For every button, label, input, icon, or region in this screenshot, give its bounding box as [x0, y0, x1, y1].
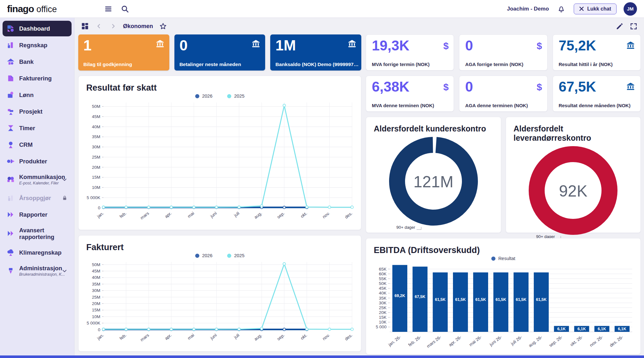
notifications-bell-icon[interactable] — [556, 4, 567, 14]
sidebar-item-arsoppgjor[interactable]: Årsoppgjør — [3, 190, 72, 206]
horizontal-scrollbar[interactable] — [0, 355, 644, 358]
sidebar-item-label: Bank — [19, 58, 34, 65]
app-window: finago office Joachim - Demo Lukk chat J… — [0, 0, 644, 358]
svg-text:20K: 20K — [379, 310, 387, 315]
line-chart-fakturert[interactable]: 50M45M40M35M30M25M20M15M10M5 000K0jan.fe… — [84, 259, 356, 347]
dashboard-grid-icon[interactable] — [80, 21, 90, 32]
kpi-card-value: 6,38K — [372, 79, 448, 94]
sidebar-item-klimaregnskap[interactable]: Klimaregnskap — [3, 245, 72, 260]
svg-text:feb.: feb. — [119, 211, 127, 219]
kpi-card-value: 19,3K — [372, 38, 448, 53]
sidebar-item-produkter[interactable]: Produkter — [3, 153, 72, 169]
chart-legend: 20262025 — [84, 253, 356, 258]
bank-building-icon — [155, 39, 165, 50]
legend-item[interactable]: 2026 — [195, 253, 212, 258]
kpi-card[interactable]: 67,5KResultat denne måneden (NOK) — [553, 76, 641, 112]
kpi-tile[interactable]: 1Bilag til godkjenning — [78, 34, 169, 71]
person-icon — [6, 140, 15, 149]
legend-item[interactable]: Resultat — [491, 256, 515, 261]
hamburger-menu-icon[interactable] — [103, 4, 114, 14]
line-chart-resultat[interactable]: 50M45M40M35M30M25M20M15M10M5 000K0jan.fe… — [84, 99, 356, 225]
callout-connector — [417, 227, 421, 230]
fullscreen-icon[interactable] — [628, 21, 639, 32]
donut-card-leverandorreskontro: Aldersfordelt leverandørreskontro 92K 90… — [506, 117, 641, 233]
dollar-icon: $ — [537, 82, 542, 93]
chart-card-resultat-for-skatt: Resultat før skatt 20262025 50M45M40M35M… — [78, 76, 361, 230]
svg-text:60K: 60K — [379, 272, 387, 276]
svg-text:15M: 15M — [92, 308, 100, 312]
svg-text:61,5K: 61,5K — [495, 297, 506, 302]
top-bar: finago office Joachim - Demo Lukk chat J… — [0, 0, 644, 18]
svg-text:35K: 35K — [379, 296, 387, 301]
svg-text:35M: 35M — [92, 282, 100, 287]
bar-chart-ebitda[interactable]: 65K60K55K50K45K40K35K30K25K20K15K10K5 00… — [371, 262, 635, 350]
svg-text:50K: 50K — [379, 281, 387, 286]
sidebar-item-lonn[interactable]: Lønn — [3, 87, 72, 103]
kpi-card[interactable]: 0$AGA forrige termin (NOK) — [459, 34, 547, 71]
svg-text:juli: juli — [233, 333, 240, 340]
svg-text:apr. 26-: apr. 26- — [448, 335, 462, 347]
bank-icon — [6, 57, 15, 66]
sidebar-item-crm[interactable]: CRM — [3, 137, 72, 153]
reports-icon — [6, 210, 15, 219]
sidebar-item-dashboard[interactable]: Dashboard — [3, 21, 72, 36]
legend-item[interactable]: 2025 — [227, 253, 244, 258]
donut-row: Aldersfordelt kundereskontro 121M 90+ da… — [366, 117, 641, 233]
legend-item[interactable]: 2025 — [227, 93, 244, 99]
sidebar-item-kommunikasjon[interactable]: KommunikasjonE-post, Kalender, Filer — [3, 170, 72, 189]
sidebar-item-timer[interactable]: Timer — [3, 120, 72, 136]
sidebar-item-label: Administrasjon — [19, 265, 57, 272]
chart-title: Aldersfordelt kundereskontro — [374, 124, 496, 133]
app-logo: finago office — [7, 4, 103, 14]
forward-chevron-icon[interactable] — [108, 21, 119, 32]
svg-text:des.: des. — [344, 211, 353, 220]
svg-text:40M: 40M — [92, 124, 100, 129]
favorite-star-icon[interactable] — [157, 21, 168, 32]
svg-text:sep.: sep. — [276, 333, 285, 342]
kpi-card[interactable]: 75,2KResultat hittil i år (NOK) — [553, 34, 641, 71]
kpi-tile[interactable]: 0Betalinger neste måneden — [174, 34, 265, 71]
svg-text:55K: 55K — [379, 276, 387, 281]
svg-text:69,2K: 69,2K — [395, 294, 405, 298]
svg-text:61,5K: 61,5K — [455, 297, 466, 302]
kpi-card[interactable]: 6,38K$MVA denne terminen (NOK) — [366, 76, 454, 112]
sidebar-item-rapporter[interactable]: Rapporter — [3, 207, 72, 222]
svg-text:apr.: apr. — [164, 211, 172, 219]
svg-text:45M: 45M — [92, 114, 100, 119]
svg-text:30K: 30K — [379, 301, 387, 305]
svg-text:sep. 26-: sep. 26- — [548, 335, 564, 348]
svg-text:apr.: apr. — [164, 333, 172, 341]
kpi-tile[interactable]: 1MBanksaldo (NOK) Demo (99999971004) ... — [270, 34, 361, 71]
chevron-down-icon[interactable] — [61, 268, 68, 274]
sidebar-item-fakturering[interactable]: Fakturering — [3, 71, 72, 86]
svg-text:30M: 30M — [92, 145, 100, 149]
back-chevron-icon[interactable] — [94, 21, 104, 32]
dashboard-icon — [6, 24, 15, 33]
administration-icon — [6, 266, 15, 275]
kpi-card[interactable]: 19,3K$MVA forrige termin (NOK) — [366, 34, 454, 71]
sidebar-item-administrasjon[interactable]: AdministrasjonBrukeradministrasjon, K... — [3, 261, 72, 280]
edit-pencil-icon[interactable] — [614, 21, 625, 32]
search-icon[interactable] — [119, 4, 130, 14]
sidebar-item-avansert-rapportering[interactable]: Avansert rapportering — [3, 223, 72, 244]
advanced-reporting-icon — [6, 229, 15, 238]
sidebar-item-regnskap[interactable]: Regnskap — [3, 37, 72, 53]
kpi-card-label: AGA denne terminen (NOK) — [465, 103, 528, 108]
dollar-icon: $ — [537, 41, 542, 51]
products-icon — [6, 157, 15, 166]
kpi-card[interactable]: 0$AGA denne terminen (NOK) — [459, 76, 547, 112]
kpi-card-label: Resultat hittil i år (NOK) — [559, 62, 613, 67]
sidebar-item-bank[interactable]: Bank — [3, 54, 72, 70]
bank-building-icon — [626, 82, 635, 93]
avatar[interactable]: JM — [624, 2, 637, 16]
close-chat-button[interactable]: Lukk chat — [574, 4, 617, 14]
chevron-down-icon[interactable] — [61, 176, 68, 183]
svg-text:okt.: okt. — [300, 333, 308, 341]
sidebar-item-label: Fakturering — [19, 75, 52, 82]
svg-text:mai 26-: mai 26- — [468, 335, 483, 347]
chart-title: Fakturert — [86, 242, 356, 252]
legend-item[interactable]: 2026 — [195, 93, 212, 99]
legend-dot-icon — [195, 94, 199, 98]
svg-text:aug.: aug. — [253, 333, 263, 342]
sidebar-item-prosjekt[interactable]: Prosjekt — [3, 104, 72, 119]
